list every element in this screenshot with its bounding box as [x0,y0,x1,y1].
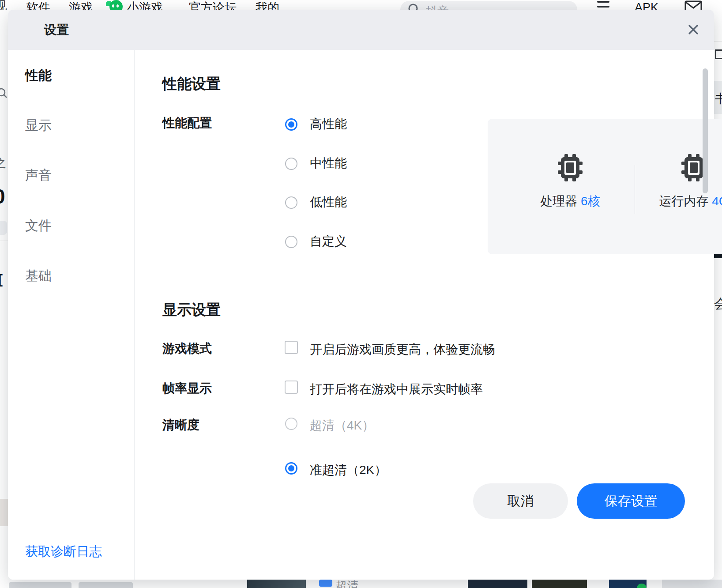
radio-low-performance[interactable] [285,196,297,209]
clarity-label: 清晰度 [162,417,199,433]
background-photo-fragment [468,580,527,588]
performance-section-heading: 性能设置 [162,74,221,94]
background-thumb-fragment [9,582,71,588]
nav-item-forum[interactable]: 官方论坛 [189,0,237,10]
dialog-scrollbar-thumb[interactable] [703,68,708,193]
search-placeholder: 抖音 [426,4,449,10]
fps-display-label: 帧率显示 [162,380,212,397]
nav-item-minigames[interactable]: 小游戏 [127,0,163,10]
background-pill-fragment [0,221,7,235]
radio-qhd-2k[interactable] [285,462,297,475]
background-band-fragment: 书 [714,81,722,114]
close-icon [686,23,700,37]
background-text-fragment: 超清 [335,578,358,588]
nav-item-games[interactable]: 游戏 [69,0,93,10]
background-photo-fragment [247,580,306,588]
apk-button[interactable]: APK [635,0,658,10]
background-thumb-fragment [79,582,133,588]
clipped-char-fragment: 视 [0,0,7,10]
nav-item-mine[interactable]: 我的 [256,0,279,10]
mail-icon[interactable] [684,0,702,10]
fps-display-desc: 打开后将在游戏中展示实时帧率 [310,381,483,398]
sidebar-item-sound[interactable]: 声音 [25,166,52,185]
save-settings-button[interactable]: 保存设置 [577,483,685,519]
radio-high-performance[interactable] [285,118,297,131]
dialog-title: 设置 [44,10,69,50]
cpu-chip-icon [558,154,583,181]
dialog-header: 设置 [8,10,714,50]
radio-qhd-2k-label[interactable]: 准超清（2K） [310,462,387,479]
radio-medium-performance[interactable] [285,158,297,170]
radio-custom-performance[interactable] [285,236,297,248]
nav-item-software[interactable]: 软件 [26,0,50,10]
wechat-minigame-icon [109,0,123,10]
close-button[interactable] [685,21,702,38]
ram-label: 运行内存 4G [628,193,722,210]
game-mode-desc: 开启后游戏画质更高，体验更流畅 [310,341,495,358]
sidebar-item-files[interactable]: 文件 [25,216,52,235]
background-char-fragment: 书 [715,90,722,107]
background-line-fragment [714,41,722,41]
cpu-value: 6核 [581,194,600,208]
background-tag-fragment [319,580,332,587]
background-bar-fragment [662,580,722,588]
radio-custom-performance-label[interactable]: 自定义 [310,233,347,250]
ram-value: 4G [712,194,722,208]
performance-config-label: 性能配置 [162,115,212,132]
display-section-heading: 显示设置 [162,300,221,320]
search-icon [407,3,421,10]
background-divider-fragment [0,241,8,241]
background-char-fragment: 之 [0,155,6,171]
radio-low-performance-label[interactable]: 低性能 [310,194,347,211]
search-input[interactable]: 抖音 [400,1,577,10]
app-top-bar: 视 软件 游戏 小游戏 官方论坛 我的 抖音 APK [0,0,722,10]
background-char-fragment: [ [0,272,3,287]
cpu-info: 处理器 6核 [504,119,636,254]
background-headline-fragment: 0 [0,185,5,208]
radio-uhd-4k [285,418,297,430]
radio-medium-performance-label[interactable]: 中性能 [310,155,347,172]
sidebar-item-basic[interactable]: 基础 [25,266,52,286]
background-box-fragment [715,49,722,59]
radio-uhd-4k-label: 超清（4K） [310,417,374,434]
game-mode-label: 游戏模式 [162,340,212,357]
background-char-fragment: 会 [714,295,722,313]
background-photo-fragment [0,499,8,526]
cpu-label: 处理器 6核 [504,193,636,210]
menu-icon[interactable] [597,1,609,10]
sidebar-item-performance[interactable]: 性能 [25,66,52,85]
background-photo-fragment [532,580,587,588]
fps-display-checkbox[interactable] [285,381,298,394]
settings-dialog: 设置 性能 显示 声音 文件 基础 获取诊断日志 性能设置 性能配置 高性能 中… [8,10,714,580]
sidebar: 性能 显示 声音 文件 基础 [8,50,134,580]
hardware-info-panel: 处理器 6核 运行内存 4G [488,119,722,254]
game-mode-checkbox[interactable] [285,341,298,354]
background-search-icon-fragment [0,87,8,99]
sidebar-item-display[interactable]: 显示 [25,116,52,135]
diagnostic-log-link[interactable]: 获取诊断日志 [25,543,102,561]
radio-high-performance-label[interactable]: 高性能 [310,116,347,132]
cancel-button[interactable]: 取消 [473,483,568,519]
